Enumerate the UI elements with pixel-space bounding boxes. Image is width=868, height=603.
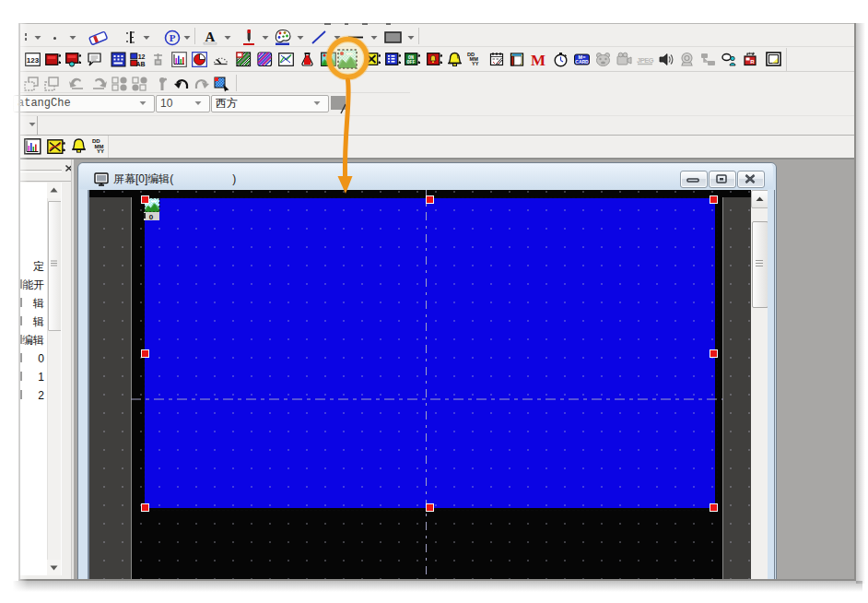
svg-text:R: R	[750, 59, 755, 65]
svg-text:AB: AB	[135, 61, 145, 67]
svg-text:YY: YY	[97, 148, 104, 154]
svg-text:P: P	[170, 32, 176, 43]
svg-text:0: 0	[149, 213, 154, 221]
svg-text:123: 123	[27, 56, 40, 65]
svg-text:JPEG: JPEG	[637, 56, 654, 65]
svg-text:A: A	[205, 30, 216, 44]
svg-text:YY: YY	[472, 61, 479, 66]
svg-text:CARD: CARD	[575, 59, 589, 65]
svg-text:M: M	[531, 52, 545, 67]
svg-text:12: 12	[138, 53, 146, 60]
svg-text:OFF: OFF	[406, 60, 415, 65]
